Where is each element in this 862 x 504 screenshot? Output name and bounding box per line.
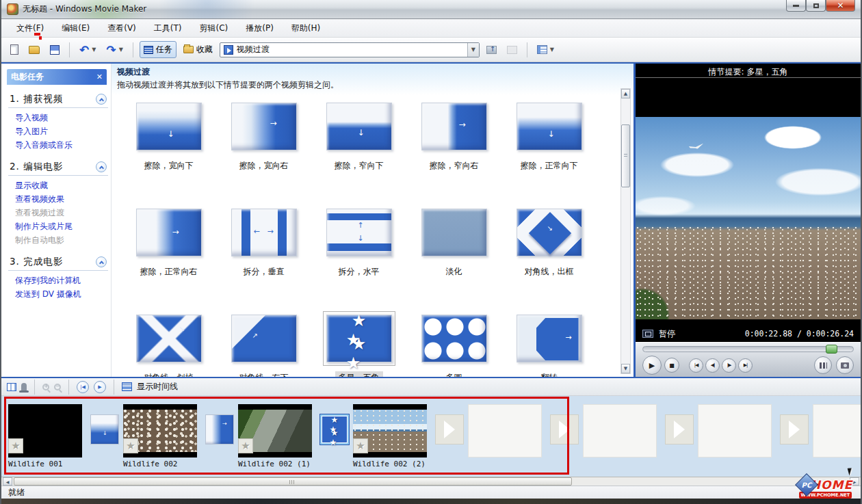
step-back-button[interactable]: ◀| bbox=[705, 358, 720, 373]
collection-up-button[interactable] bbox=[483, 44, 500, 56]
split-clip-button[interactable] bbox=[814, 356, 832, 374]
scrollbar-thumb[interactable] bbox=[621, 124, 630, 187]
title-bar[interactable]: 无标题 - Windows Movie Maker ✕ bbox=[1, 0, 861, 19]
storyboard-clip[interactable]: ★Wildlife 001 bbox=[8, 404, 82, 468]
transition-item[interactable]: 擦除，窄向右 bbox=[406, 99, 501, 172]
sidebar-link[interactable]: 制作自动电影 bbox=[15, 235, 108, 246]
close-button[interactable]: ✕ bbox=[826, 0, 855, 12]
zoom-in-icon[interactable]: + bbox=[42, 384, 49, 390]
storyboard-transition-slot[interactable] bbox=[780, 414, 809, 445]
storyboard-empty-slot[interactable] bbox=[468, 404, 542, 457]
undo-button[interactable]: ↶▼ bbox=[76, 43, 99, 57]
seek-thumb[interactable] bbox=[826, 345, 837, 354]
transition-item[interactable]: 多圆 bbox=[406, 311, 501, 377]
transition-item[interactable]: 擦除，窄向下 bbox=[311, 99, 406, 172]
rewind-storyboard-button[interactable]: |◀ bbox=[77, 381, 89, 393]
vertical-scrollbar[interactable]: ▲ ▼ bbox=[621, 88, 631, 374]
combobox-dropdown-button[interactable]: ▼ bbox=[467, 43, 479, 57]
storyboard-clip[interactable]: ★Wildlife 002 (1) bbox=[238, 404, 312, 468]
scroll-left-button[interactable]: ◀ bbox=[3, 477, 12, 486]
storyboard-empty-slot[interactable] bbox=[698, 404, 772, 457]
collapse-chevron-icon[interactable] bbox=[96, 161, 107, 172]
views-dropdown[interactable]: ▼ bbox=[550, 47, 554, 53]
open-project-button[interactable] bbox=[25, 44, 43, 56]
menu-file[interactable]: 文件(F) bbox=[8, 20, 52, 37]
sidebar-section-header-finish[interactable]: 3. 完成电影 bbox=[8, 254, 108, 271]
new-collection-button[interactable] bbox=[504, 44, 521, 56]
transition-item[interactable]: 擦除，正常向右 bbox=[121, 205, 216, 278]
transition-item[interactable]: 淡化 bbox=[406, 205, 501, 278]
sidebar-link[interactable]: 导入视频 bbox=[15, 112, 108, 124]
menu-clip[interactable]: 剪辑(C) bbox=[192, 20, 237, 37]
save-project-button[interactable] bbox=[47, 43, 63, 57]
collections-button[interactable]: 收藏 bbox=[180, 42, 216, 57]
zoom-out-icon[interactable]: − bbox=[54, 384, 61, 390]
scroll-down-button[interactable]: ▼ bbox=[621, 364, 630, 373]
storyboard-transition-slot[interactable] bbox=[550, 414, 579, 445]
transition-item[interactable]: 翻转 bbox=[501, 311, 597, 377]
views-button[interactable]: ▼ bbox=[534, 43, 558, 56]
tasks-button[interactable]: 任务 bbox=[140, 41, 177, 58]
transition-item[interactable]: 对角线，划掉 bbox=[121, 311, 216, 377]
storyboard-view-icon[interactable] bbox=[7, 383, 16, 391]
storyboard-empty-slot[interactable] bbox=[583, 404, 657, 457]
menu-tools[interactable]: 工具(T) bbox=[146, 20, 190, 37]
transition-item[interactable]: 拆分，垂直 bbox=[216, 205, 311, 278]
storyboard-clip[interactable]: ★Wildlife 002 bbox=[123, 404, 197, 468]
storyboard-transition-stars[interactable] bbox=[320, 414, 349, 445]
menu-play[interactable]: 播放(P) bbox=[237, 20, 282, 37]
storyboard-transition-slot[interactable] bbox=[435, 414, 464, 445]
timeline-icon[interactable] bbox=[122, 382, 132, 391]
storyboard-transition-wipe-right[interactable] bbox=[205, 414, 234, 445]
transition-item[interactable]: 对角线，出框 bbox=[501, 205, 597, 278]
new-project-button[interactable] bbox=[7, 42, 22, 57]
sidebar-link[interactable]: 查看视频效果 bbox=[15, 194, 108, 205]
transition-item[interactable]: 擦除，正常向下 bbox=[501, 99, 597, 172]
previous-frame-button[interactable]: |◀ bbox=[689, 358, 703, 373]
seek-bar[interactable] bbox=[642, 346, 854, 352]
scroll-up-button[interactable]: ▲ bbox=[621, 89, 630, 98]
collapse-chevron-icon[interactable] bbox=[96, 94, 107, 105]
next-frame-button[interactable]: ▶| bbox=[738, 358, 753, 373]
transition-item[interactable]: 多星，五角 bbox=[311, 311, 406, 377]
play-storyboard-button[interactable]: ▶ bbox=[94, 381, 106, 393]
menu-view[interactable]: 查看(V) bbox=[99, 20, 144, 37]
collection-combobox[interactable]: 视频过渡 ▼ bbox=[220, 42, 480, 57]
horizontal-scrollbar[interactable]: ◀ ▶ bbox=[1, 477, 861, 486]
play-button[interactable]: ▶ bbox=[642, 356, 662, 375]
sidebar-section-header-edit[interactable]: 2. 编辑电影 bbox=[8, 159, 108, 176]
menu-edit[interactable]: 编辑(E) bbox=[53, 20, 98, 37]
menu-help[interactable]: 帮助(H) bbox=[283, 20, 328, 37]
hscrollbar-thumb[interactable] bbox=[14, 477, 572, 486]
storyboard-transition-wipe-down[interactable] bbox=[90, 414, 119, 445]
maximize-button[interactable] bbox=[806, 0, 826, 12]
sidebar-link[interactable]: 导入音频或音乐 bbox=[15, 140, 108, 151]
storyboard-transition-slot[interactable] bbox=[665, 414, 694, 445]
narration-microphone-icon[interactable] bbox=[21, 383, 27, 390]
undo-dropdown[interactable]: ▼ bbox=[92, 47, 96, 53]
storyboard-clip[interactable]: ★Wildlife 002 (2) bbox=[353, 404, 427, 468]
sidebar-link[interactable]: 显示收藏 bbox=[15, 180, 108, 191]
preview-mode-icon[interactable] bbox=[642, 330, 653, 338]
sidebar-link[interactable]: 导入图片 bbox=[15, 126, 108, 137]
stop-button[interactable]: ■ bbox=[664, 358, 679, 373]
show-timeline-button[interactable]: 显示时间线 bbox=[137, 381, 178, 393]
sidebar-section-header-capture[interactable]: 1. 捕获视频 bbox=[8, 92, 108, 108]
transition-item[interactable]: 擦除，宽向右 bbox=[216, 99, 311, 172]
close-pane-icon[interactable]: ✕ bbox=[96, 72, 103, 81]
collapse-chevron-icon[interactable] bbox=[96, 256, 107, 267]
sidebar-link[interactable]: 查看视频过渡 bbox=[15, 207, 108, 219]
transition-item[interactable]: 拆分，水平 bbox=[311, 205, 406, 278]
redo-dropdown[interactable]: ▼ bbox=[119, 47, 123, 53]
sidebar-link[interactable]: 发送到 DV 摄像机 bbox=[15, 289, 108, 300]
storyboard-empty-slot[interactable] bbox=[813, 404, 861, 457]
take-picture-button[interactable] bbox=[836, 356, 854, 374]
preview-video-area[interactable] bbox=[636, 78, 861, 326]
minimize-button[interactable] bbox=[786, 0, 806, 12]
transition-item[interactable]: 对角线，右下 bbox=[216, 311, 311, 377]
sidebar-link[interactable]: 保存到我的计算机 bbox=[15, 275, 108, 287]
transition-item[interactable]: 擦除，宽向下 bbox=[121, 99, 216, 172]
sidebar-link[interactable]: 制作片头或片尾 bbox=[15, 221, 108, 233]
redo-button[interactable]: ↷▼ bbox=[103, 43, 126, 57]
step-forward-button[interactable]: |▶ bbox=[722, 358, 736, 373]
